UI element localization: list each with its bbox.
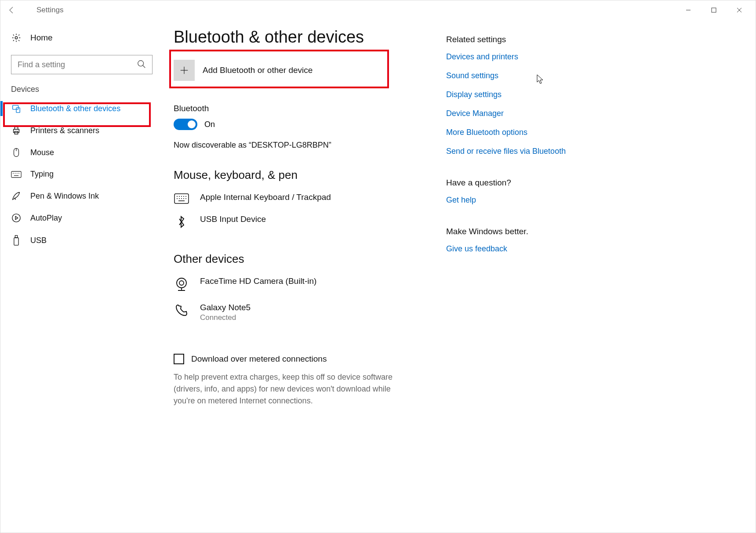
sidebar-item-label: Pen & Windows Ink	[30, 192, 99, 201]
other-devices-heading: Other devices	[174, 252, 446, 266]
search-field[interactable]	[11, 55, 153, 74]
home-button[interactable]: Home	[0, 29, 163, 47]
svg-point-37	[177, 278, 186, 288]
bluetooth-devices-icon	[11, 104, 22, 113]
svg-point-38	[179, 281, 184, 285]
device-name: FaceTime HD Camera (Built-in)	[200, 276, 316, 286]
feedback-heading: Make Windows better.	[446, 227, 591, 236]
right-panel: Related settings Devices and printers So…	[446, 28, 604, 533]
link-display-settings[interactable]: Display settings	[446, 90, 591, 99]
svg-point-4	[15, 36, 18, 39]
window-title: Settings	[36, 6, 63, 15]
home-label: Home	[30, 33, 53, 43]
device-row[interactable]: Galaxy Note5 Connected	[174, 297, 446, 327]
svg-point-5	[138, 61, 144, 66]
link-get-help[interactable]: Get help	[446, 196, 591, 205]
search-icon	[137, 59, 146, 71]
bluetooth-heading: Bluetooth	[174, 104, 446, 113]
main-content: Bluetooth & other devices Add Bluetooth …	[174, 28, 446, 533]
sidebar-item-bluetooth-devices[interactable]: Bluetooth & other devices	[0, 98, 163, 120]
link-give-feedback[interactable]: Give us feedback	[446, 244, 591, 254]
bluetooth-icon	[174, 214, 189, 228]
pen-icon	[11, 191, 22, 201]
sidebar-item-label: Bluetooth & other devices	[30, 104, 120, 113]
category-header: Devices	[0, 85, 163, 98]
link-devices-printers[interactable]: Devices and printers	[446, 52, 591, 62]
gear-icon	[11, 33, 22, 43]
svg-rect-10	[15, 127, 18, 130]
window-controls	[676, 4, 752, 17]
link-device-manager[interactable]: Device Manager	[446, 109, 591, 118]
svg-rect-7	[13, 105, 18, 109]
camera-icon	[174, 276, 189, 292]
bluetooth-toggle[interactable]	[174, 119, 197, 130]
add-button-label: Add Bluetooth or other device	[203, 65, 313, 75]
sidebar-item-mouse[interactable]: Mouse	[0, 141, 163, 163]
sidebar-item-typing[interactable]: Typing	[0, 163, 163, 185]
keyboard-icon	[174, 192, 189, 204]
svg-rect-1	[712, 8, 716, 12]
svg-rect-22	[14, 238, 18, 245]
printer-icon	[11, 126, 22, 135]
page-title: Bluetooth & other devices	[174, 28, 446, 47]
metered-checkbox-row[interactable]: Download over metered connections	[174, 354, 446, 364]
device-name: Galaxy Note5	[200, 303, 251, 312]
titlebar: Settings	[0, 0, 756, 20]
device-name: USB Input Device	[200, 214, 266, 224]
svg-rect-9	[14, 129, 19, 132]
metered-label: Download over metered connections	[191, 354, 327, 364]
sidebar-item-label: Printers & scanners	[30, 126, 99, 135]
phone-icon	[174, 303, 189, 317]
sidebar-item-label: AutoPlay	[30, 214, 62, 223]
back-button[interactable]	[0, 0, 22, 20]
plus-icon	[174, 60, 195, 81]
mouse-icon	[11, 148, 22, 157]
add-bluetooth-device-button[interactable]: Add Bluetooth or other device	[174, 55, 385, 85]
sidebar-item-label: Mouse	[30, 148, 54, 157]
sidebar-item-autoplay[interactable]: AutoPlay	[0, 207, 163, 229]
mouse-keyboard-heading: Mouse, keyboard, & pen	[174, 168, 446, 182]
keyboard-icon	[11, 170, 22, 178]
link-more-bluetooth[interactable]: More Bluetooth options	[446, 128, 591, 137]
sidebar-item-label: USB	[30, 236, 47, 245]
device-row[interactable]: FaceTime HD Camera (Built-in)	[174, 271, 446, 297]
related-settings-heading: Related settings	[446, 35, 591, 44]
metered-help-text: To help prevent extra charges, keep this…	[174, 371, 393, 407]
question-heading: Have a question?	[446, 178, 591, 188]
device-name: Apple Internal Keyboard / Trackpad	[200, 192, 331, 202]
svg-rect-21	[15, 236, 17, 238]
minimize-button[interactable]	[676, 4, 701, 17]
usb-icon	[11, 235, 22, 246]
device-row[interactable]: Apple Internal Keyboard / Trackpad	[174, 187, 446, 209]
sidebar-item-pen[interactable]: Pen & Windows Ink	[0, 185, 163, 207]
checkbox-icon[interactable]	[174, 354, 184, 364]
link-send-receive-bluetooth[interactable]: Send or receive files via Bluetooth	[446, 147, 591, 156]
svg-line-6	[143, 65, 145, 68]
bluetooth-state-label: On	[204, 120, 215, 129]
sidebar-item-printers[interactable]: Printers & scanners	[0, 120, 163, 141]
device-status: Connected	[200, 313, 251, 322]
sidebar-item-label: Typing	[30, 170, 54, 179]
close-button[interactable]	[727, 4, 752, 17]
link-sound-settings[interactable]: Sound settings	[446, 71, 591, 80]
svg-rect-14	[11, 171, 21, 178]
svg-point-20	[12, 214, 20, 222]
autoplay-icon	[11, 213, 22, 223]
device-row[interactable]: USB Input Device	[174, 209, 446, 234]
maximize-button[interactable]	[701, 4, 727, 17]
sidebar: Home Devices Bluetooth & other devices P…	[0, 20, 163, 533]
sidebar-item-usb[interactable]: USB	[0, 229, 163, 252]
search-input[interactable]	[11, 55, 153, 74]
discoverable-text: Now discoverable as “DESKTOP-LG8RBPN”	[174, 141, 446, 150]
